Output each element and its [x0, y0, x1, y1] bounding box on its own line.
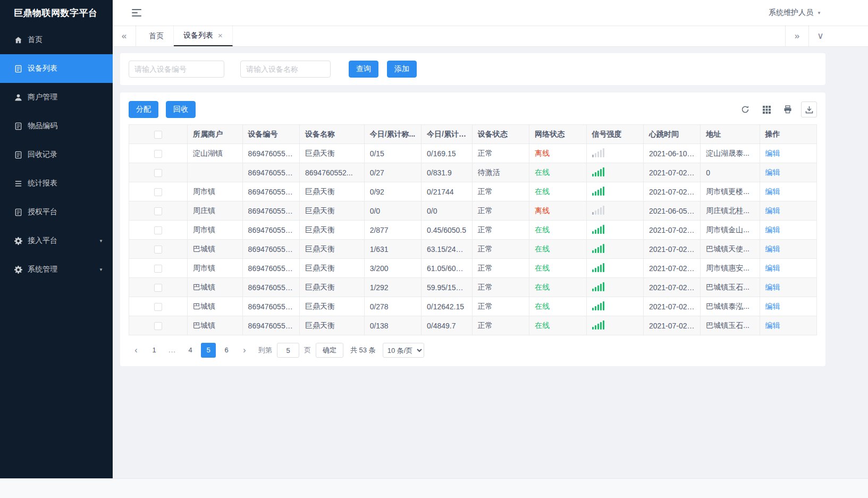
merchant-icon	[14, 93, 22, 102]
network-status-text: 在线	[535, 187, 550, 196]
column-header: 网络状态	[529, 125, 586, 144]
cell-signal	[586, 240, 643, 259]
row-checkbox[interactable]	[154, 226, 162, 234]
network-status-text: 离线	[535, 149, 550, 157]
cell-weigh-count: 0/0	[364, 201, 421, 221]
row-checkbox[interactable]	[154, 188, 162, 196]
pagination: ‹ 1...456 › 到第 页 确定 共 53 条 10 条/页	[129, 343, 817, 358]
sidebar-nav: 首页设备列表商户管理物品编码回收记录统计报表授权平台接入平台▼系统管理▼	[0, 26, 113, 284]
table-row: 巴城镇8694760551...巨鼎天衡0/1380/4849.7正常在线202…	[129, 316, 817, 335]
cell-address: 周市镇金山...	[701, 221, 760, 240]
recycle-button[interactable]: 回收	[166, 101, 196, 118]
tabs-scroll-right-button[interactable]: »	[785, 26, 808, 46]
cell-heartbeat: 2021-07-02 ...	[643, 297, 700, 316]
cell-action: 编辑	[760, 278, 816, 297]
tab-close-icon[interactable]: ×	[218, 31, 223, 39]
sidebar-item-recycle-record[interactable]: 回收记录	[0, 140, 113, 169]
tab-bar: « 首页设备列表× » ∨	[113, 26, 868, 47]
edit-link[interactable]: 编辑	[765, 225, 780, 234]
select-all-checkbox[interactable]	[154, 131, 162, 139]
signal-strength-icon	[592, 225, 604, 234]
cell-heartbeat: 2021-07-02 ...	[643, 163, 700, 182]
edit-link[interactable]: 编辑	[765, 168, 780, 176]
cell-merchant: 巴城镇	[188, 278, 243, 297]
goto-page-input[interactable]	[277, 343, 299, 358]
edit-link[interactable]: 编辑	[765, 321, 780, 330]
goto-confirm-button[interactable]: 确定	[316, 343, 343, 358]
sidebar-item-label: 首页	[28, 35, 43, 45]
recycle-record-icon	[14, 150, 22, 159]
page-button-5[interactable]: 5	[201, 343, 216, 358]
sidebar-collapse-icon[interactable]	[132, 9, 141, 16]
edit-link[interactable]: 编辑	[765, 206, 780, 215]
sidebar-item-system-manage[interactable]: 系统管理▼	[0, 255, 113, 284]
device-name-input[interactable]	[240, 61, 331, 78]
table-row: 周市镇8694760552...巨鼎天衡3/20061.05/6038.1正常在…	[129, 259, 817, 278]
print-icon[interactable]	[780, 102, 796, 117]
cell-address: 巴城镇天使...	[701, 240, 760, 259]
row-checkbox[interactable]	[154, 169, 162, 177]
edit-link[interactable]: 编辑	[765, 187, 780, 196]
cell-device-no: 8694760552...	[242, 201, 299, 221]
allocate-button[interactable]: 分配	[129, 101, 158, 118]
tabs-scroll-left-button[interactable]: «	[113, 26, 136, 46]
column-settings-icon[interactable]	[759, 102, 774, 117]
row-checkbox[interactable]	[154, 246, 162, 254]
tab-home[interactable]: 首页	[139, 26, 174, 46]
cell-device-status: 正常	[472, 144, 529, 163]
tab-device-list[interactable]: 设备列表×	[174, 26, 233, 46]
cell-signal	[586, 278, 643, 297]
cell-device-status: 正常	[472, 278, 529, 297]
sidebar-item-label: 接入平台	[28, 236, 57, 246]
page-button-1[interactable]: 1	[147, 343, 162, 358]
cell-signal	[586, 201, 643, 221]
column-header: 心跳时间	[643, 125, 700, 144]
column-header: 设备名称	[300, 125, 365, 144]
user-menu[interactable]: 系统维护人员 ▼	[769, 8, 821, 18]
page-button-6[interactable]: 6	[219, 343, 234, 358]
edit-link[interactable]: 编辑	[765, 244, 780, 253]
sidebar-item-merchant-manage[interactable]: 商户管理	[0, 83, 113, 112]
sidebar-item-item-code[interactable]: 物品编码	[0, 112, 113, 140]
row-checkbox[interactable]	[154, 303, 162, 311]
cell-device-status: 正常	[472, 240, 529, 259]
sidebar-item-access-platform[interactable]: 接入平台▼	[0, 226, 113, 255]
tabs-menu-button[interactable]: ∨	[808, 26, 832, 46]
row-checkbox[interactable]	[154, 265, 162, 273]
edit-link[interactable]: 编辑	[765, 149, 780, 157]
add-button[interactable]: 添加	[387, 61, 417, 78]
row-checkbox[interactable]	[154, 284, 162, 292]
row-checkbox[interactable]	[154, 322, 162, 330]
cell-action: 编辑	[760, 259, 816, 278]
query-button[interactable]: 查询	[349, 61, 378, 78]
refresh-icon[interactable]	[737, 102, 753, 117]
next-page-button[interactable]: ›	[237, 343, 252, 358]
sidebar-item-auth-platform[interactable]: 授权平台	[0, 198, 113, 226]
cell-heartbeat: 2021-06-10 ...	[643, 144, 700, 163]
cell-network-status: 在线	[529, 278, 586, 297]
sidebar-item-report[interactable]: 统计报表	[0, 169, 113, 198]
page-button-4[interactable]: 4	[183, 343, 198, 358]
export-icon[interactable]	[801, 102, 817, 117]
horizontal-scrollbar[interactable]	[0, 478, 868, 498]
edit-link[interactable]: 编辑	[765, 302, 780, 310]
cell-device-name: 巨鼎天衡	[300, 182, 365, 201]
cell-heartbeat: 2021-07-02 ...	[643, 259, 700, 278]
edit-link[interactable]: 编辑	[765, 264, 780, 272]
cell-weigh-count: 1/292	[364, 278, 421, 297]
prev-page-button[interactable]: ‹	[129, 343, 144, 358]
device-no-input[interactable]	[129, 61, 224, 78]
signal-strength-icon	[592, 244, 604, 253]
edit-link[interactable]: 编辑	[765, 283, 780, 291]
row-checkbox[interactable]	[154, 207, 162, 215]
cell-signal	[586, 144, 643, 163]
cell-merchant: 巴城镇	[188, 240, 243, 259]
cell-device-no: 8694760552...	[242, 221, 299, 240]
cell-signal	[586, 316, 643, 335]
sidebar-item-home[interactable]: 首页	[0, 26, 113, 54]
sidebar-item-device-list[interactable]: 设备列表	[0, 54, 113, 83]
page-size-select[interactable]: 10 条/页	[383, 343, 424, 358]
row-checkbox[interactable]	[154, 150, 162, 158]
sidebar-item-label: 设备列表	[28, 64, 57, 73]
cell-device-status: 正常	[472, 316, 529, 335]
